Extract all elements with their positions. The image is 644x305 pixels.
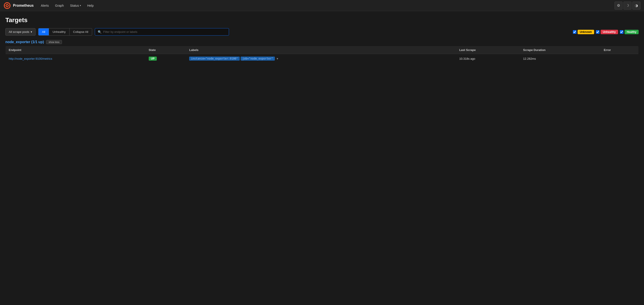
table-body: http://node_exporter:9100/metrics UP ins…: [6, 54, 639, 63]
main-content: Targets All scrape pools ▾ All Unhealthy…: [0, 11, 644, 69]
dark-mode-button[interactable]: ☽: [624, 2, 632, 10]
target-header: node_exporter (1/1 up) show less: [5, 40, 639, 44]
navbar-tools: ⚙ ☽ ◑: [614, 2, 640, 10]
svg-rect-7: [9, 5, 10, 6]
healthy-badge: Healthy: [624, 30, 639, 34]
col-last-scrape: Last Scrape: [456, 46, 520, 54]
contrast-button[interactable]: ◑: [632, 2, 640, 10]
col-state: State: [146, 46, 186, 54]
show-less-button[interactable]: show less: [46, 40, 62, 44]
cell-endpoint: http://node_exporter:9100/metrics: [6, 54, 146, 63]
target-section-node-exporter: node_exporter (1/1 up) show less Endpoin…: [5, 40, 639, 63]
filter-unhealthy-button[interactable]: Unhealthy: [49, 28, 70, 35]
unhealthy-checkbox[interactable]: [596, 30, 600, 34]
table-header-row: Endpoint State Labels Last Scrape Scrape…: [6, 46, 639, 54]
cell-labels: instance="node_exporter:9100" job="node_…: [186, 54, 456, 63]
brand-link[interactable]: Prometheus: [4, 2, 34, 9]
scrape-pool-caret: ▾: [31, 30, 32, 34]
unhealthy-badge: Unhealthy: [600, 30, 618, 34]
nav-graph[interactable]: Graph: [52, 2, 66, 9]
nav-alerts[interactable]: Alerts: [38, 2, 52, 9]
prometheus-logo: [4, 2, 11, 9]
filter-all-button[interactable]: All: [38, 28, 49, 35]
label-instance[interactable]: instance="node_exporter:9100": [189, 56, 240, 60]
unhealthy-filter[interactable]: Unhealthy: [596, 30, 618, 34]
status-filters: Unknown Unhealthy Healthy: [573, 30, 639, 34]
healthy-checkbox[interactable]: [620, 30, 624, 34]
table-header: Endpoint State Labels Last Scrape Scrape…: [6, 46, 639, 54]
target-group-title[interactable]: node_exporter (1/1 up): [5, 40, 44, 44]
nav-links: Alerts Graph Status Help: [38, 2, 614, 9]
cell-error: [600, 54, 638, 63]
scrape-pool-dropdown[interactable]: All scrape pools ▾: [5, 28, 36, 36]
filter-collapse-all-button[interactable]: Collapse All: [70, 28, 92, 35]
nav-status[interactable]: Status: [67, 2, 84, 9]
unknown-checkbox[interactable]: [573, 30, 576, 34]
cell-scrape-duration: 12.282ms: [520, 54, 600, 63]
svg-point-3: [6, 5, 8, 6]
col-endpoint: Endpoint: [6, 46, 146, 54]
unknown-filter[interactable]: Unknown: [573, 30, 594, 34]
labels-container: instance="node_exporter:9100" job="node_…: [189, 56, 453, 61]
brand-name: Prometheus: [13, 4, 34, 8]
status-dropdown-caret: [80, 4, 81, 7]
healthy-filter[interactable]: Healthy: [620, 30, 639, 34]
filter-row: All scrape pools ▾ All Unhealthy Collaps…: [5, 28, 639, 36]
settings-button[interactable]: ⚙: [614, 2, 622, 10]
label-job[interactable]: job="node_exporter": [240, 56, 275, 60]
table-row: http://node_exporter:9100/metrics UP ins…: [6, 54, 639, 63]
search-input[interactable]: [103, 28, 226, 35]
nav-help[interactable]: Help: [84, 2, 96, 9]
col-error: Error: [600, 46, 638, 54]
col-labels: Labels: [186, 46, 456, 54]
targets-table: Endpoint State Labels Last Scrape Scrape…: [5, 46, 639, 63]
page-title: Targets: [5, 16, 639, 24]
label-expand-button[interactable]: ▾: [276, 56, 279, 61]
state-badge: UP: [149, 56, 157, 60]
filter-buttons: All Unhealthy Collapse All: [38, 28, 92, 36]
search-box: 🔍: [95, 28, 229, 36]
search-icon: 🔍: [98, 30, 102, 34]
svg-rect-5: [7, 8, 8, 9]
endpoint-link[interactable]: http://node_exporter:9100/metrics: [9, 57, 52, 60]
cell-last-scrape: 10.318s ago: [456, 54, 520, 63]
svg-rect-6: [4, 5, 5, 6]
navbar: Prometheus Alerts Graph Status Help ⚙ ☽ …: [0, 0, 644, 11]
svg-rect-4: [7, 2, 8, 4]
unknown-badge: Unknown: [578, 30, 594, 34]
cell-state: UP: [146, 54, 186, 63]
col-scrape-duration: Scrape Duration: [520, 46, 600, 54]
